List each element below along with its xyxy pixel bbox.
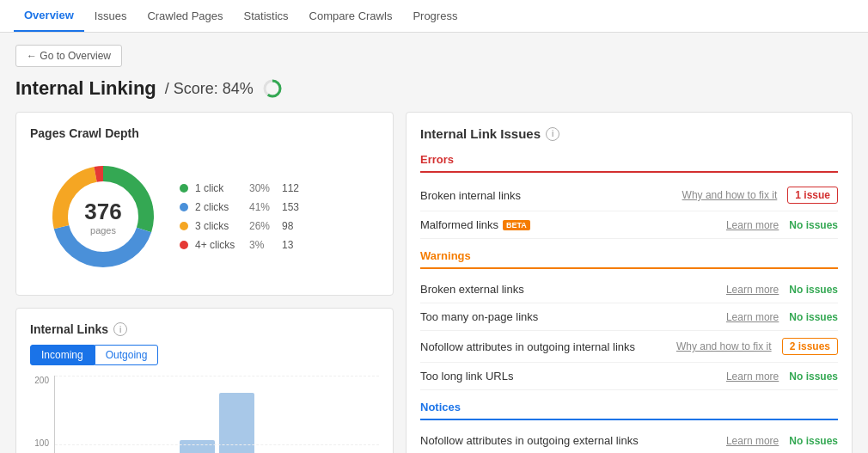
legend-val-3clicks: 98	[282, 220, 293, 232]
tab-incoming[interactable]: Incoming	[30, 345, 95, 365]
issue-name-malformed: Malformed links BETA	[420, 218, 726, 231]
warnings-section: Warnings Broken external links Learn mor…	[420, 249, 838, 390]
issue-name-long-urls: Too long link URLs	[420, 370, 726, 383]
bars-container	[54, 376, 379, 453]
legend-item-1click: 1 click 30% 112	[180, 182, 299, 194]
two-columns: Pages Crawl Depth	[15, 112, 853, 453]
main-content: ← Go to Overview Internal Linking / Scor…	[0, 33, 868, 453]
errors-section: Errors Broken internal links Why and how…	[420, 153, 838, 239]
issue-link-broken-external[interactable]: Learn more	[726, 284, 779, 296]
legend-val-1click: 112	[282, 182, 299, 194]
issues-header: Internal Link Issues i	[420, 126, 838, 141]
nav-progress[interactable]: Progress	[402, 1, 468, 31]
legend-dot-4clicks	[180, 241, 188, 249]
issue-row-too-many: Too many on-page links Learn more No iss…	[420, 303, 838, 331]
notices-section: Notices Nofollow attributes in outgoing …	[420, 401, 838, 453]
donut-chart: 376 pages	[47, 161, 159, 272]
y-label-100: 100	[34, 438, 49, 448]
chart-body: 0 1 2-5 6-15 16-50 51-150 151-500 500+	[54, 376, 379, 453]
issue-name-nofollow-internal: Nofollow attributes in outgoing internal…	[420, 340, 676, 353]
legend-val-2clicks: 153	[282, 201, 299, 213]
issue-row-broken-internal: Broken internal links Why and how to fix…	[420, 180, 838, 211]
legend-dot-1click	[180, 184, 188, 193]
gridline-mid	[55, 444, 379, 445]
issue-row-malformed: Malformed links BETA Learn more No issue…	[420, 211, 838, 239]
issue-link-long-urls[interactable]: Learn more	[726, 370, 779, 383]
issue-row-long-urls: Too long link URLs Learn more No issues	[420, 363, 838, 390]
nav-overview[interactable]: Overview	[14, 0, 84, 32]
legend-pct-1click: 30%	[249, 182, 275, 194]
legend-label-4clicks: 4+ clicks	[195, 239, 242, 251]
notices-header: Notices	[420, 401, 838, 420]
issue-name-broken-external: Broken external links	[420, 283, 726, 296]
issue-name-broken-internal: Broken internal links	[420, 189, 682, 202]
legend-pct-4clicks: 3%	[249, 239, 275, 251]
beta-badge: BETA	[503, 220, 530, 230]
issue-badge-long-urls: No issues	[789, 370, 838, 383]
legend-label-2clicks: 2 clicks	[195, 201, 242, 213]
score-label: / Score: 84%	[165, 80, 254, 98]
gridline-top	[55, 376, 379, 376]
tabs-bar: Incoming Outgoing	[30, 345, 379, 365]
page-title: Internal Linking	[15, 77, 156, 100]
legend-item-2clicks: 2 clicks 41% 153	[180, 201, 299, 213]
donut-section: 376 pages 1 click 30% 112	[30, 152, 379, 281]
donut-center: 376 pages	[84, 199, 121, 236]
issue-row-broken-external: Broken external links Learn more No issu…	[420, 276, 838, 303]
internal-links-header: Internal Links i	[30, 322, 379, 336]
legend-item-4clicks: 4+ clicks 3% 13	[180, 239, 299, 251]
y-label-200: 200	[34, 376, 49, 385]
issue-badge-malformed: No issues	[789, 219, 838, 231]
nav-issues[interactable]: Issues	[84, 1, 138, 31]
issue-link-nofollow-internal[interactable]: Why and how to fix it	[676, 340, 772, 352]
bar-chart: 200 100 0	[30, 376, 379, 453]
crawl-depth-card: Pages Crawl Depth	[15, 112, 394, 296]
score-circle-icon	[262, 78, 283, 99]
internal-links-title: Internal Links	[30, 322, 108, 336]
nav-crawled-pages[interactable]: Crawled Pages	[137, 1, 233, 31]
issue-link-nofollow-external[interactable]: Learn more	[726, 435, 779, 447]
issue-link-malformed[interactable]: Learn more	[726, 219, 779, 231]
right-column: Internal Link Issues i Errors Broken int…	[406, 112, 853, 453]
donut-legend: 1 click 30% 112 2 clicks 41% 153 3	[180, 182, 299, 251]
top-nav: Overview Issues Crawled Pages Statistics…	[0, 0, 868, 33]
tab-outgoing[interactable]: Outgoing	[95, 345, 159, 365]
issue-link-broken-internal[interactable]: Why and how to fix it	[682, 189, 778, 201]
crawl-depth-title: Pages Crawl Depth	[30, 126, 379, 140]
donut-label: pages	[84, 225, 121, 236]
legend-val-4clicks: 13	[282, 239, 293, 251]
issue-row-nofollow-external: Nofollow attributes in outgoing external…	[420, 427, 838, 453]
issue-name-too-many: Too many on-page links	[420, 310, 726, 323]
donut-total: 376	[84, 199, 121, 225]
legend-item-3clicks: 3 clicks 26% 98	[180, 220, 299, 232]
legend-label-3clicks: 3 clicks	[195, 220, 242, 232]
issue-row-nofollow-internal: Nofollow attributes in outgoing internal…	[420, 331, 838, 363]
errors-header: Errors	[420, 153, 838, 173]
bar-3	[180, 440, 215, 453]
legend-pct-2clicks: 41%	[249, 201, 275, 213]
legend-pct-3clicks: 26%	[249, 220, 275, 232]
page-header: Internal Linking / Score: 84%	[15, 77, 853, 100]
issue-badge-nofollow-external: No issues	[789, 435, 838, 447]
legend-label-1click: 1 click	[195, 182, 242, 194]
issues-title: Internal Link Issues	[420, 126, 541, 141]
issue-badge-broken-external: No issues	[789, 284, 838, 296]
left-column: Pages Crawl Depth	[15, 112, 394, 453]
issue-badge-too-many: No issues	[789, 311, 838, 323]
issue-badge-nofollow-internal: 2 issues	[782, 338, 838, 355]
nav-compare-crawls[interactable]: Compare Crawls	[299, 1, 403, 31]
issue-link-too-many[interactable]: Learn more	[726, 311, 779, 323]
legend-dot-2clicks	[180, 203, 188, 211]
issue-badge-broken-internal: 1 issue	[787, 187, 838, 204]
warnings-header: Warnings	[420, 249, 838, 269]
issues-info-icon: i	[546, 127, 559, 141]
go-to-overview-button[interactable]: ← Go to Overview	[15, 45, 122, 67]
legend-dot-3clicks	[180, 222, 188, 230]
info-icon: i	[113, 322, 127, 336]
y-axis: 200 100 0	[30, 376, 54, 453]
nav-statistics[interactable]: Statistics	[234, 1, 299, 31]
issue-name-nofollow-external: Nofollow attributes in outgoing external…	[420, 434, 726, 447]
internal-links-card: Internal Links i Incoming Outgoing 200 1…	[15, 308, 394, 453]
